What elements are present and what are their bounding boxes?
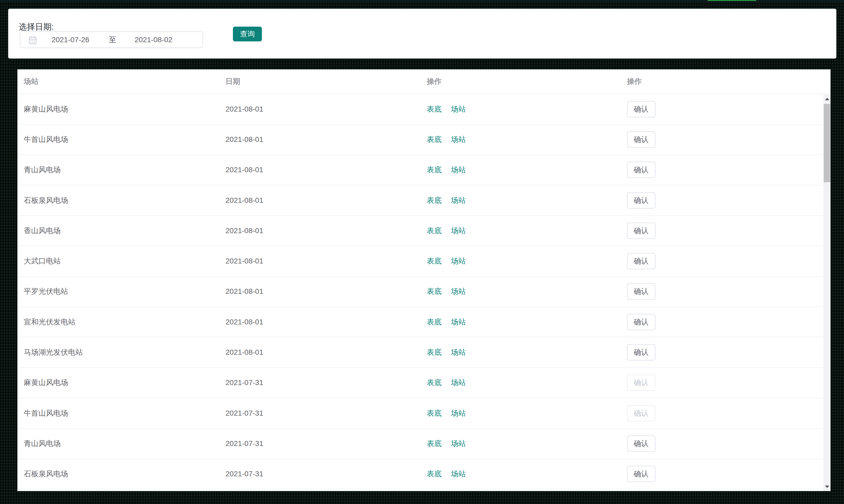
cell-operation-confirm: 确认 bbox=[621, 435, 830, 452]
cell-station: 平罗光伏电站 bbox=[17, 286, 219, 296]
link-table-bottom[interactable]: 表底 bbox=[427, 105, 442, 113]
confirm-button[interactable]: 确认 bbox=[627, 162, 656, 178]
cell-date: 2021-08-01 bbox=[219, 196, 420, 205]
calendar-icon bbox=[29, 36, 37, 44]
link-table-bottom[interactable]: 表底 bbox=[427, 257, 442, 265]
link-table-bottom[interactable]: 表底 bbox=[427, 196, 442, 204]
link-table-bottom[interactable]: 表底 bbox=[427, 318, 442, 326]
confirm-button[interactable]: 确认 bbox=[627, 435, 656, 452]
cell-date: 2021-08-01 bbox=[219, 135, 420, 144]
cell-date: 2021-08-01 bbox=[219, 318, 420, 326]
cell-operation-links: 表底 场站 bbox=[420, 104, 621, 114]
table-row: 香山风电场 2021-08-01 表底 场站 确认 bbox=[17, 216, 830, 246]
cell-operation-links: 表底 场站 bbox=[420, 286, 621, 296]
link-station[interactable]: 场站 bbox=[451, 135, 466, 143]
table-header-row: 场站 日期 操作 操作 bbox=[17, 69, 830, 94]
table-scrollbar[interactable] bbox=[823, 94, 830, 491]
confirm-button[interactable]: 确认 bbox=[627, 283, 656, 300]
confirm-button[interactable]: 确认 bbox=[627, 101, 656, 118]
cell-operation-confirm: 确认 bbox=[621, 192, 830, 209]
scroll-down-button[interactable] bbox=[823, 482, 830, 491]
table-row: 石板泉风电场 2021-08-01 表底 场站 确认 bbox=[17, 185, 830, 216]
header-operation-links: 操作 bbox=[420, 76, 621, 87]
table-row: 牛首山风电场 2021-08-01 表底 场站 确认 bbox=[17, 125, 830, 155]
link-station[interactable]: 场站 bbox=[451, 257, 466, 265]
date-end-value[interactable]: 2021-08-02 bbox=[119, 32, 188, 48]
link-station[interactable]: 场站 bbox=[451, 470, 466, 478]
cell-operation-confirm: 确认 bbox=[621, 131, 830, 148]
cell-operation-links: 表底 场站 bbox=[420, 438, 621, 449]
cell-operation-confirm: 确认 bbox=[621, 101, 830, 118]
cell-station: 牛首山风电场 bbox=[17, 134, 219, 145]
cell-operation-confirm: 确认 bbox=[621, 283, 830, 300]
date-start-value[interactable]: 2021-07-26 bbox=[36, 32, 105, 48]
confirm-button[interactable]: 确认 bbox=[627, 314, 656, 330]
cell-date: 2021-07-31 bbox=[219, 409, 420, 417]
table-row: 马场湖光发伏电站 2021-08-01 表底 场站 确认 bbox=[17, 337, 830, 368]
confirm-button[interactable]: 确认 bbox=[627, 466, 656, 482]
confirm-button[interactable]: 确认 bbox=[627, 253, 656, 269]
cell-operation-links: 表底 场站 bbox=[420, 226, 621, 236]
app-background: { "colors": { "accent_teal": "#0c837b", … bbox=[0, 0, 844, 504]
link-station[interactable]: 场站 bbox=[451, 105, 466, 113]
cell-date: 2021-07-31 bbox=[219, 470, 420, 478]
confirm-button[interactable]: 确认 bbox=[627, 405, 656, 421]
header-date: 日期 bbox=[219, 76, 420, 87]
cell-date: 2021-07-31 bbox=[219, 439, 420, 448]
table-row: 麻黄山风电场 2021-08-01 表底 场站 确认 bbox=[17, 94, 830, 125]
link-station[interactable]: 场站 bbox=[451, 439, 466, 448]
table-row: 平罗光伏电站 2021-08-01 表底 场站 确认 bbox=[17, 277, 830, 307]
link-table-bottom[interactable]: 表底 bbox=[427, 287, 442, 295]
cell-operation-links: 表底 场站 bbox=[420, 317, 621, 327]
date-range-separator: 至 bbox=[105, 32, 121, 48]
confirm-button[interactable]: 确认 bbox=[627, 375, 656, 391]
link-station[interactable]: 场站 bbox=[451, 348, 466, 356]
table-row: 牛首山风电场 2021-07-31 表底 场站 确认 bbox=[17, 398, 830, 429]
confirm-button[interactable]: 确认 bbox=[627, 344, 656, 361]
cell-date: 2021-08-01 bbox=[219, 287, 420, 296]
date-range-input[interactable]: 2021-07-26 至 2021-08-02 bbox=[20, 31, 203, 48]
cell-date: 2021-07-31 bbox=[219, 378, 420, 387]
cell-operation-links: 表底 场站 bbox=[420, 378, 621, 388]
cell-date: 2021-08-01 bbox=[219, 105, 420, 113]
confirm-button[interactable]: 确认 bbox=[627, 192, 656, 209]
table-row: 石板泉风电场 2021-07-31 表底 场站 确认 bbox=[17, 459, 830, 489]
link-station[interactable]: 场站 bbox=[451, 166, 466, 174]
cell-operation-links: 表底 场站 bbox=[420, 408, 621, 418]
cell-station: 麻黄山风电场 bbox=[17, 104, 219, 114]
confirm-button[interactable]: 确认 bbox=[627, 131, 656, 148]
link-station[interactable]: 场站 bbox=[451, 287, 466, 295]
date-filter-panel: 选择日期: 2021-07-26 至 2021-08-02 查询 bbox=[8, 9, 836, 58]
link-table-bottom[interactable]: 表底 bbox=[427, 135, 442, 143]
table-row: 宣和光伏发电站 2021-08-01 表底 场站 确认 bbox=[17, 307, 830, 337]
confirm-button[interactable]: 确认 bbox=[627, 222, 656, 239]
cell-operation-confirm: 确认 bbox=[621, 314, 830, 330]
link-table-bottom[interactable]: 表底 bbox=[427, 166, 442, 174]
cell-date: 2021-08-01 bbox=[219, 166, 420, 174]
cell-operation-links: 表底 场站 bbox=[420, 134, 621, 145]
link-table-bottom[interactable]: 表底 bbox=[427, 439, 442, 448]
cell-operation-confirm: 确认 bbox=[621, 222, 830, 239]
scrollbar-thumb[interactable] bbox=[824, 104, 830, 182]
link-station[interactable]: 场站 bbox=[451, 318, 466, 326]
link-station[interactable]: 场站 bbox=[451, 196, 466, 204]
cell-operation-links: 表底 场站 bbox=[420, 165, 621, 175]
link-station[interactable]: 场站 bbox=[451, 378, 466, 386]
cell-station: 马场湖光发伏电站 bbox=[17, 347, 219, 357]
cell-station: 大武口电站 bbox=[17, 256, 219, 266]
cell-operation-confirm: 确认 bbox=[621, 405, 830, 421]
query-button[interactable]: 查询 bbox=[233, 26, 262, 41]
stations-table: 场站 日期 操作 操作 麻黄山风电场 2021-08-01 表底 场站 确认 牛… bbox=[17, 69, 830, 491]
link-table-bottom[interactable]: 表底 bbox=[427, 348, 442, 356]
link-station[interactable]: 场站 bbox=[451, 227, 466, 235]
link-table-bottom[interactable]: 表底 bbox=[427, 227, 442, 235]
link-table-bottom[interactable]: 表底 bbox=[427, 378, 442, 386]
link-table-bottom[interactable]: 表底 bbox=[427, 409, 442, 417]
cell-operation-confirm: 确认 bbox=[621, 344, 830, 361]
cell-operation-links: 表底 场站 bbox=[420, 256, 621, 266]
header-operation-confirm: 操作 bbox=[621, 76, 830, 87]
cell-operation-links: 表底 场站 bbox=[420, 195, 621, 205]
link-table-bottom[interactable]: 表底 bbox=[427, 470, 442, 478]
scroll-up-button[interactable] bbox=[823, 94, 830, 103]
link-station[interactable]: 场站 bbox=[451, 409, 466, 417]
